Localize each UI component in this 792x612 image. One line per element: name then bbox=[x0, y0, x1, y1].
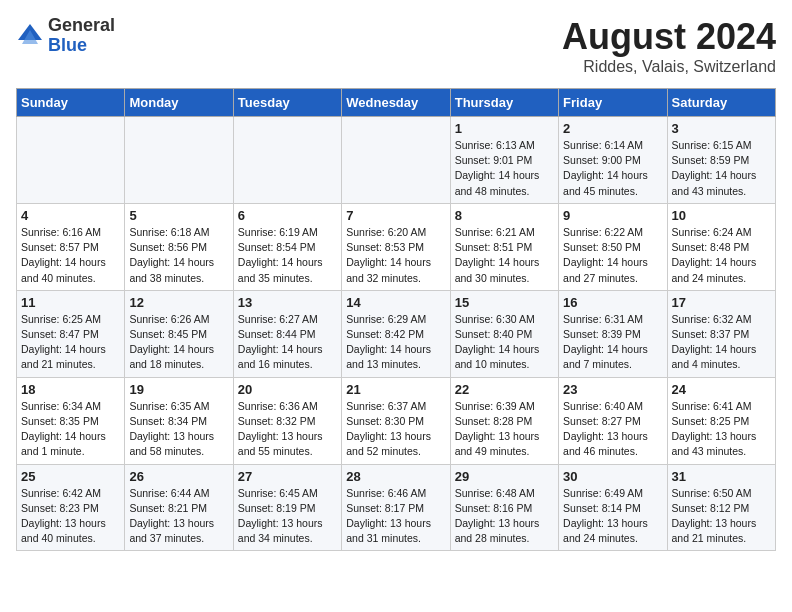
day-number: 17 bbox=[672, 295, 771, 310]
week-row-1: 1Sunrise: 6:13 AM Sunset: 9:01 PM Daylig… bbox=[17, 117, 776, 204]
calendar-cell: 17Sunrise: 6:32 AM Sunset: 8:37 PM Dayli… bbox=[667, 290, 775, 377]
day-number: 7 bbox=[346, 208, 445, 223]
day-number: 3 bbox=[672, 121, 771, 136]
calendar-cell bbox=[233, 117, 341, 204]
day-number: 2 bbox=[563, 121, 662, 136]
calendar-table: SundayMondayTuesdayWednesdayThursdayFrid… bbox=[16, 88, 776, 551]
day-number: 6 bbox=[238, 208, 337, 223]
calendar-cell: 23Sunrise: 6:40 AM Sunset: 8:27 PM Dayli… bbox=[559, 377, 667, 464]
day-info: Sunrise: 6:20 AM Sunset: 8:53 PM Dayligh… bbox=[346, 225, 445, 286]
day-number: 30 bbox=[563, 469, 662, 484]
day-info: Sunrise: 6:49 AM Sunset: 8:14 PM Dayligh… bbox=[563, 486, 662, 547]
calendar-cell: 24Sunrise: 6:41 AM Sunset: 8:25 PM Dayli… bbox=[667, 377, 775, 464]
day-info: Sunrise: 6:42 AM Sunset: 8:23 PM Dayligh… bbox=[21, 486, 120, 547]
calendar-cell: 20Sunrise: 6:36 AM Sunset: 8:32 PM Dayli… bbox=[233, 377, 341, 464]
logo: General Blue bbox=[16, 16, 115, 56]
calendar-cell: 7Sunrise: 6:20 AM Sunset: 8:53 PM Daylig… bbox=[342, 203, 450, 290]
subtitle: Riddes, Valais, Switzerland bbox=[562, 58, 776, 76]
calendar-cell: 21Sunrise: 6:37 AM Sunset: 8:30 PM Dayli… bbox=[342, 377, 450, 464]
day-number: 22 bbox=[455, 382, 554, 397]
day-info: Sunrise: 6:39 AM Sunset: 8:28 PM Dayligh… bbox=[455, 399, 554, 460]
day-number: 21 bbox=[346, 382, 445, 397]
day-info: Sunrise: 6:16 AM Sunset: 8:57 PM Dayligh… bbox=[21, 225, 120, 286]
calendar-cell: 5Sunrise: 6:18 AM Sunset: 8:56 PM Daylig… bbox=[125, 203, 233, 290]
calendar-cell: 1Sunrise: 6:13 AM Sunset: 9:01 PM Daylig… bbox=[450, 117, 558, 204]
day-info: Sunrise: 6:44 AM Sunset: 8:21 PM Dayligh… bbox=[129, 486, 228, 547]
day-info: Sunrise: 6:48 AM Sunset: 8:16 PM Dayligh… bbox=[455, 486, 554, 547]
calendar-cell: 31Sunrise: 6:50 AM Sunset: 8:12 PM Dayli… bbox=[667, 464, 775, 551]
calendar-cell: 30Sunrise: 6:49 AM Sunset: 8:14 PM Dayli… bbox=[559, 464, 667, 551]
day-info: Sunrise: 6:21 AM Sunset: 8:51 PM Dayligh… bbox=[455, 225, 554, 286]
day-number: 31 bbox=[672, 469, 771, 484]
day-info: Sunrise: 6:40 AM Sunset: 8:27 PM Dayligh… bbox=[563, 399, 662, 460]
day-number: 24 bbox=[672, 382, 771, 397]
calendar-cell: 3Sunrise: 6:15 AM Sunset: 8:59 PM Daylig… bbox=[667, 117, 775, 204]
day-info: Sunrise: 6:32 AM Sunset: 8:37 PM Dayligh… bbox=[672, 312, 771, 373]
day-info: Sunrise: 6:19 AM Sunset: 8:54 PM Dayligh… bbox=[238, 225, 337, 286]
calendar-cell: 10Sunrise: 6:24 AM Sunset: 8:48 PM Dayli… bbox=[667, 203, 775, 290]
day-info: Sunrise: 6:22 AM Sunset: 8:50 PM Dayligh… bbox=[563, 225, 662, 286]
day-header-saturday: Saturday bbox=[667, 89, 775, 117]
day-number: 28 bbox=[346, 469, 445, 484]
calendar-cell: 22Sunrise: 6:39 AM Sunset: 8:28 PM Dayli… bbox=[450, 377, 558, 464]
header: General Blue August 2024 Riddes, Valais,… bbox=[16, 16, 776, 76]
day-number: 1 bbox=[455, 121, 554, 136]
calendar-cell: 14Sunrise: 6:29 AM Sunset: 8:42 PM Dayli… bbox=[342, 290, 450, 377]
day-info: Sunrise: 6:37 AM Sunset: 8:30 PM Dayligh… bbox=[346, 399, 445, 460]
main-title: August 2024 bbox=[562, 16, 776, 58]
calendar-cell: 13Sunrise: 6:27 AM Sunset: 8:44 PM Dayli… bbox=[233, 290, 341, 377]
day-header-friday: Friday bbox=[559, 89, 667, 117]
day-info: Sunrise: 6:35 AM Sunset: 8:34 PM Dayligh… bbox=[129, 399, 228, 460]
calendar-cell bbox=[125, 117, 233, 204]
calendar-cell bbox=[17, 117, 125, 204]
day-info: Sunrise: 6:29 AM Sunset: 8:42 PM Dayligh… bbox=[346, 312, 445, 373]
calendar-cell: 25Sunrise: 6:42 AM Sunset: 8:23 PM Dayli… bbox=[17, 464, 125, 551]
day-number: 10 bbox=[672, 208, 771, 223]
calendar-body: 1Sunrise: 6:13 AM Sunset: 9:01 PM Daylig… bbox=[17, 117, 776, 551]
day-header-sunday: Sunday bbox=[17, 89, 125, 117]
title-area: August 2024 Riddes, Valais, Switzerland bbox=[562, 16, 776, 76]
day-info: Sunrise: 6:36 AM Sunset: 8:32 PM Dayligh… bbox=[238, 399, 337, 460]
day-info: Sunrise: 6:26 AM Sunset: 8:45 PM Dayligh… bbox=[129, 312, 228, 373]
calendar-cell: 15Sunrise: 6:30 AM Sunset: 8:40 PM Dayli… bbox=[450, 290, 558, 377]
day-number: 19 bbox=[129, 382, 228, 397]
day-info: Sunrise: 6:13 AM Sunset: 9:01 PM Dayligh… bbox=[455, 138, 554, 199]
logo-general-text: General bbox=[48, 16, 115, 36]
calendar-cell: 4Sunrise: 6:16 AM Sunset: 8:57 PM Daylig… bbox=[17, 203, 125, 290]
week-row-2: 4Sunrise: 6:16 AM Sunset: 8:57 PM Daylig… bbox=[17, 203, 776, 290]
day-number: 15 bbox=[455, 295, 554, 310]
day-number: 23 bbox=[563, 382, 662, 397]
day-info: Sunrise: 6:46 AM Sunset: 8:17 PM Dayligh… bbox=[346, 486, 445, 547]
day-header-wednesday: Wednesday bbox=[342, 89, 450, 117]
day-info: Sunrise: 6:24 AM Sunset: 8:48 PM Dayligh… bbox=[672, 225, 771, 286]
day-info: Sunrise: 6:30 AM Sunset: 8:40 PM Dayligh… bbox=[455, 312, 554, 373]
calendar-cell bbox=[342, 117, 450, 204]
calendar-cell: 9Sunrise: 6:22 AM Sunset: 8:50 PM Daylig… bbox=[559, 203, 667, 290]
calendar-cell: 26Sunrise: 6:44 AM Sunset: 8:21 PM Dayli… bbox=[125, 464, 233, 551]
day-number: 11 bbox=[21, 295, 120, 310]
day-number: 27 bbox=[238, 469, 337, 484]
day-info: Sunrise: 6:14 AM Sunset: 9:00 PM Dayligh… bbox=[563, 138, 662, 199]
calendar-cell: 11Sunrise: 6:25 AM Sunset: 8:47 PM Dayli… bbox=[17, 290, 125, 377]
day-info: Sunrise: 6:27 AM Sunset: 8:44 PM Dayligh… bbox=[238, 312, 337, 373]
day-info: Sunrise: 6:41 AM Sunset: 8:25 PM Dayligh… bbox=[672, 399, 771, 460]
day-header-thursday: Thursday bbox=[450, 89, 558, 117]
calendar-cell: 18Sunrise: 6:34 AM Sunset: 8:35 PM Dayli… bbox=[17, 377, 125, 464]
calendar-header-row: SundayMondayTuesdayWednesdayThursdayFrid… bbox=[17, 89, 776, 117]
day-number: 14 bbox=[346, 295, 445, 310]
calendar-cell: 28Sunrise: 6:46 AM Sunset: 8:17 PM Dayli… bbox=[342, 464, 450, 551]
calendar-cell: 2Sunrise: 6:14 AM Sunset: 9:00 PM Daylig… bbox=[559, 117, 667, 204]
week-row-5: 25Sunrise: 6:42 AM Sunset: 8:23 PM Dayli… bbox=[17, 464, 776, 551]
week-row-3: 11Sunrise: 6:25 AM Sunset: 8:47 PM Dayli… bbox=[17, 290, 776, 377]
calendar-cell: 12Sunrise: 6:26 AM Sunset: 8:45 PM Dayli… bbox=[125, 290, 233, 377]
day-number: 13 bbox=[238, 295, 337, 310]
day-number: 9 bbox=[563, 208, 662, 223]
logo-icon bbox=[16, 22, 44, 50]
calendar-cell: 27Sunrise: 6:45 AM Sunset: 8:19 PM Dayli… bbox=[233, 464, 341, 551]
day-info: Sunrise: 6:34 AM Sunset: 8:35 PM Dayligh… bbox=[21, 399, 120, 460]
day-number: 16 bbox=[563, 295, 662, 310]
day-info: Sunrise: 6:15 AM Sunset: 8:59 PM Dayligh… bbox=[672, 138, 771, 199]
day-info: Sunrise: 6:50 AM Sunset: 8:12 PM Dayligh… bbox=[672, 486, 771, 547]
day-number: 5 bbox=[129, 208, 228, 223]
calendar-cell: 8Sunrise: 6:21 AM Sunset: 8:51 PM Daylig… bbox=[450, 203, 558, 290]
